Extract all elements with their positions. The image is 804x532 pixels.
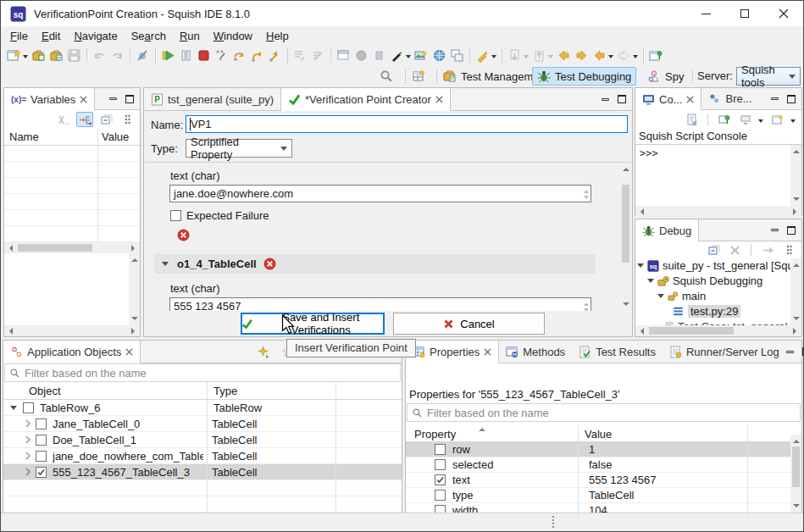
property-filter-input[interactable] xyxy=(427,404,796,421)
pause-recording-button[interactable] xyxy=(370,47,388,64)
maximize-view-icon[interactable] xyxy=(787,95,796,103)
object-filter[interactable] xyxy=(4,363,401,382)
menu-window[interactable]: Window xyxy=(207,28,259,44)
chevron-right-icon[interactable] xyxy=(24,419,32,428)
minimize-view-icon[interactable] xyxy=(109,97,117,100)
table-row[interactable] xyxy=(4,162,140,178)
chevron-down-icon[interactable] xyxy=(637,263,644,271)
vertical-scrollbar[interactable] xyxy=(620,163,631,311)
scroll-left-icon[interactable] xyxy=(637,328,644,335)
new-dropdown-arrow[interactable] xyxy=(23,55,28,61)
export-dropdown-arrow[interactable] xyxy=(548,55,553,61)
tab-application-objects[interactable]: Application Objects xyxy=(3,341,141,363)
forward-dropdown-arrow[interactable] xyxy=(633,55,638,61)
tab-verification-point-creator[interactable]: *Verification Point Creator xyxy=(280,88,451,111)
forward-to-annotation-button[interactable] xyxy=(573,47,591,64)
property-row-selected[interactable]: row 1 xyxy=(406,442,801,457)
table-row[interactable]: TableRow_6 TableRow xyxy=(3,400,402,416)
close-icon[interactable] xyxy=(484,348,491,356)
close-icon[interactable] xyxy=(686,96,694,103)
column-property[interactable]: Property xyxy=(414,428,456,441)
checkbox-checked[interactable] xyxy=(435,474,446,485)
vertical-scrollbar[interactable] xyxy=(790,145,801,206)
variable-detail-pane[interactable] xyxy=(4,253,140,325)
pin-console-button[interactable] xyxy=(716,112,733,127)
chevron-right-icon[interactable] xyxy=(24,435,32,444)
open-window-button[interactable] xyxy=(335,47,352,64)
pin-editor-button[interactable] xyxy=(647,47,665,64)
scroll-down-icon[interactable] xyxy=(623,302,629,309)
view-menu-icon[interactable] xyxy=(780,242,797,258)
tab-breakpoints[interactable]: Bre... xyxy=(701,88,758,109)
checkbox[interactable] xyxy=(435,444,446,455)
back-dropdown-arrow[interactable] xyxy=(608,55,613,61)
column-object[interactable]: Object xyxy=(29,385,61,397)
import-dropdown-arrow[interactable] xyxy=(524,55,529,61)
menu-edit[interactable]: Edit xyxy=(35,28,67,44)
show-instruction-pointer-button[interactable] xyxy=(291,47,309,64)
table-row[interactable] xyxy=(3,480,402,496)
scroll-left-icon[interactable] xyxy=(6,245,13,252)
pause-button[interactable] xyxy=(177,47,195,64)
chevron-right-icon[interactable] xyxy=(24,452,32,460)
scrollbar-thumb[interactable] xyxy=(792,446,800,487)
drag-handle-icon[interactable] xyxy=(552,516,554,528)
checkbox[interactable] xyxy=(36,435,47,446)
horizontal-scrollbar[interactable] xyxy=(4,242,140,253)
step-over-button[interactable] xyxy=(230,47,248,64)
tab-properties[interactable]: Properties xyxy=(406,341,499,363)
property-row[interactable]: selected false xyxy=(406,457,801,473)
checkbox[interactable] xyxy=(36,418,47,429)
scroll-up-icon[interactable] xyxy=(793,147,800,153)
property-filter[interactable] xyxy=(407,403,801,422)
property-row[interactable]: text 555 123 4567 xyxy=(406,473,801,488)
remove-terminated-button[interactable] xyxy=(726,242,743,258)
chevron-right-icon[interactable] xyxy=(24,468,32,476)
table-row[interactable] xyxy=(3,496,402,513)
tab-variables[interactable]: (x)= Variables xyxy=(4,88,95,110)
display-console-button[interactable] xyxy=(737,112,754,127)
table-row[interactable]: Jane_TableCell_0 TableCell xyxy=(3,416,402,432)
object-filter-input[interactable] xyxy=(25,364,396,381)
object-section-header[interactable]: o1_4_TableCell xyxy=(154,254,596,274)
scroll-up-icon[interactable] xyxy=(131,255,138,262)
scroll-right-icon[interactable] xyxy=(793,328,800,335)
expected-failure-row[interactable]: Expected Failure xyxy=(170,209,269,222)
open-console-dropdown-arrow[interactable] xyxy=(790,119,796,125)
tree-item-main-thread[interactable]: main xyxy=(657,290,706,302)
redo-button[interactable] xyxy=(108,47,126,64)
menu-search[interactable]: Search xyxy=(125,28,173,44)
horizontal-scrollbar[interactable] xyxy=(635,325,801,336)
open-test-case-button[interactable] xyxy=(47,47,65,64)
scrollbar-thumb[interactable] xyxy=(18,244,92,252)
export-resource-button[interactable] xyxy=(530,47,548,64)
open-console-button[interactable] xyxy=(769,112,786,127)
vertical-scrollbar[interactable] xyxy=(790,258,801,325)
table-row-selected[interactable]: 555_123_4567_TableCell_3 TableCell xyxy=(3,464,402,480)
picker-dropdown-arrow[interactable] xyxy=(406,55,411,61)
minimize-button[interactable] xyxy=(686,1,725,26)
table-row[interactable] xyxy=(4,210,140,226)
menu-navigate[interactable]: Navigate xyxy=(67,28,124,44)
web-browser-button[interactable] xyxy=(430,47,448,64)
spinner-icons[interactable] xyxy=(584,300,589,311)
chevron-down-icon[interactable] xyxy=(10,406,17,413)
table-row[interactable] xyxy=(4,178,140,194)
tab-debug[interactable]: Debug xyxy=(635,219,699,241)
column-value[interactable]: Value xyxy=(102,130,129,143)
collapse-all-button[interactable] xyxy=(97,112,114,127)
run-to-line-button[interactable] xyxy=(266,47,284,64)
highlight-dropdown-arrow[interactable] xyxy=(491,55,496,61)
menu-run[interactable]: Run xyxy=(173,28,207,44)
new-screenshot-button[interactable] xyxy=(413,47,430,64)
vp-name-input[interactable]: VP1 xyxy=(186,115,628,133)
minimize-view-icon[interactable] xyxy=(771,97,779,100)
scroll-right-icon[interactable] xyxy=(793,208,800,215)
scroll-right-icon[interactable] xyxy=(131,328,138,335)
back-to-annotation-button[interactable] xyxy=(555,47,573,64)
chevron-down-icon[interactable] xyxy=(162,262,169,269)
scroll-left-icon[interactable] xyxy=(637,208,644,215)
record-snippet-button[interactable] xyxy=(134,47,152,64)
record-button[interactable] xyxy=(352,47,370,64)
remove-verification-icon[interactable] xyxy=(177,229,190,241)
